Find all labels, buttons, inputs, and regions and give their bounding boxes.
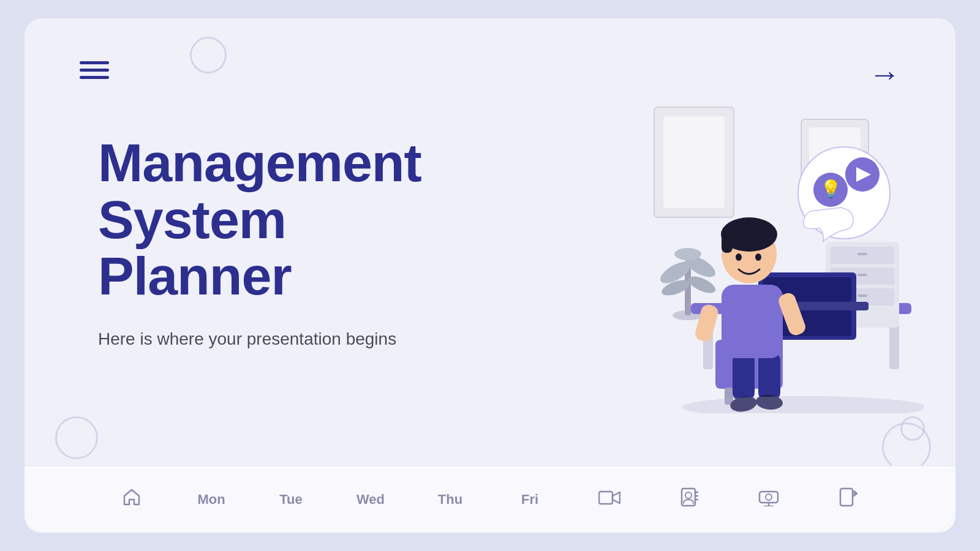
main-content: Management System Planner Here is where … <box>24 18 956 465</box>
title-line-1: Management <box>98 132 421 193</box>
svg-point-38 <box>736 253 742 261</box>
nav-video[interactable] <box>570 466 649 533</box>
hero-illustration: 💡 <box>568 70 924 413</box>
text-section: Management System Planner Here is where … <box>24 110 537 373</box>
nav-export[interactable] <box>809 466 888 533</box>
svg-text:💡: 💡 <box>820 179 842 199</box>
thu-label: Thu <box>438 492 462 508</box>
export-icon <box>839 487 858 511</box>
svg-rect-29 <box>758 352 780 401</box>
svg-rect-18 <box>858 253 867 255</box>
svg-rect-20 <box>858 294 867 297</box>
slide-container: → Management System Planner Here is wher… <box>24 18 956 533</box>
svg-point-45 <box>682 396 924 413</box>
illustration-section: 💡 <box>537 18 956 465</box>
nav-home[interactable] <box>92 466 172 533</box>
nav-mon[interactable]: Mon <box>172 466 251 533</box>
svg-rect-57 <box>840 489 853 506</box>
nav-tue[interactable]: Tue <box>251 466 331 533</box>
home-icon <box>122 487 141 511</box>
svg-point-39 <box>755 253 761 261</box>
nav-thu[interactable]: Thu <box>410 466 490 533</box>
svg-rect-32 <box>722 285 783 358</box>
svg-rect-28 <box>733 352 755 401</box>
subtitle: Here is where your presentation begins <box>98 329 488 349</box>
svg-point-54 <box>766 494 772 500</box>
nav-fri[interactable]: Fri <box>490 466 570 533</box>
wed-label: Wed <box>356 492 385 508</box>
tue-label: Tue <box>279 492 302 508</box>
nav-contacts[interactable] <box>649 466 729 533</box>
svg-rect-19 <box>858 274 867 276</box>
svg-point-49 <box>685 492 692 498</box>
bottom-nav: Mon Tue Wed Thu Fri <box>24 465 956 533</box>
main-title: Management System Planner <box>98 135 488 304</box>
title-line-2: System Planner <box>98 189 292 306</box>
svg-rect-1 <box>663 116 725 208</box>
svg-point-10 <box>674 248 701 260</box>
nav-projector[interactable] <box>729 466 809 533</box>
contacts-icon <box>679 487 699 511</box>
svg-rect-53 <box>760 492 778 503</box>
svg-rect-37 <box>722 234 733 253</box>
fri-label: Fri <box>521 492 538 508</box>
projector-icon <box>758 488 779 511</box>
svg-rect-46 <box>599 492 612 504</box>
mon-label: Mon <box>197 492 225 508</box>
nav-wed[interactable]: Wed <box>331 466 410 533</box>
svg-marker-47 <box>612 492 620 503</box>
video-icon <box>598 489 620 510</box>
